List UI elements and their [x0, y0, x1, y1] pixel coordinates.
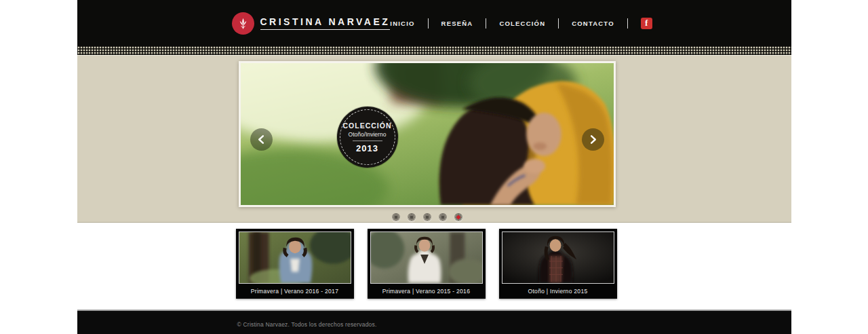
header: CRISTINA NARVAEZ INICIO RESEÑA COLECCIÓN… — [77, 0, 791, 46]
carousel-pager — [239, 207, 616, 221]
collection-caption: Otoño | Invierno 2015 — [502, 284, 614, 298]
carousel: COLECCIÓN Otoño/Invierno 2013 — [239, 61, 616, 221]
copyright-text: © Cristina Narvaez. Todos los derechos r… — [237, 321, 377, 328]
nav-item-coleccion[interactable]: COLECCIÓN — [499, 20, 545, 27]
cards-row: Primavera | Verano 2016 - 2017 — [236, 229, 791, 299]
collection-photo — [502, 231, 614, 284]
lotus-leaf-icon — [232, 12, 254, 35]
nav-item-inicio[interactable]: INICIO — [390, 20, 414, 27]
carousel-dot[interactable] — [454, 213, 462, 221]
facebook-icon[interactable]: f — [641, 18, 652, 29]
slide-photo-autumn-winter — [241, 63, 614, 205]
chevron-left-icon — [257, 135, 266, 144]
hero-section: COLECCIÓN Otoño/Invierno 2013 — [77, 56, 791, 223]
footer: © Cristina Narvaez. Todos los derechos r… — [77, 310, 791, 334]
nav-item-resena[interactable]: RESEÑA — [441, 20, 473, 27]
collection-card-2016-2017[interactable]: Primavera | Verano 2016 - 2017 — [236, 229, 354, 299]
badge-year: 2013 — [356, 143, 378, 153]
brand-home-link[interactable]: CRISTINA NARVAEZ — [232, 12, 391, 35]
brand-name: CRISTINA NARVAEZ — [260, 16, 391, 30]
collections-section: Primavera | Verano 2016 - 2017 — [77, 223, 791, 304]
nav-item-contacto[interactable]: CONTACTO — [572, 20, 614, 27]
nav-separator — [558, 18, 559, 29]
site-container: CRISTINA NARVAEZ INICIO RESEÑA COLECCIÓN… — [77, 0, 791, 334]
badge-divider — [353, 141, 382, 141]
footer-gap — [77, 304, 791, 310]
collection-photo — [239, 231, 351, 284]
chevron-right-icon — [589, 135, 597, 144]
carousel-dot[interactable] — [423, 213, 431, 221]
page: CRISTINA NARVAEZ INICIO RESEÑA COLECCIÓN… — [0, 0, 868, 334]
texture-strip — [77, 46, 791, 56]
badge-title: COLECCIÓN — [343, 122, 392, 130]
nav-separator — [428, 18, 429, 29]
carousel-dot[interactable] — [392, 213, 400, 221]
badge-subtitle: Otoño/Invierno — [349, 131, 387, 138]
carousel-slide[interactable]: COLECCIÓN Otoño/Invierno 2013 — [239, 61, 616, 207]
nav-separator — [627, 18, 628, 29]
carousel-dot[interactable] — [408, 213, 416, 221]
collection-card-2015-2016[interactable]: Primavera | Verano 2015 - 2016 — [368, 229, 486, 299]
carousel-prev-button[interactable] — [250, 128, 273, 151]
carousel-dot[interactable] — [439, 213, 447, 221]
main-nav: INICIO RESEÑA COLECCIÓN CONTACTO f — [390, 18, 652, 29]
collection-card-2015[interactable]: Otoño | Invierno 2015 — [499, 229, 617, 299]
collection-photo — [370, 231, 483, 284]
collection-caption: Primavera | Verano 2015 - 2016 — [370, 284, 483, 298]
collection-badge: COLECCIÓN Otoño/Invierno 2013 — [337, 107, 398, 168]
carousel-next-button[interactable] — [582, 128, 604, 151]
nav-separator — [486, 18, 486, 29]
collection-caption: Primavera | Verano 2016 - 2017 — [239, 284, 351, 298]
